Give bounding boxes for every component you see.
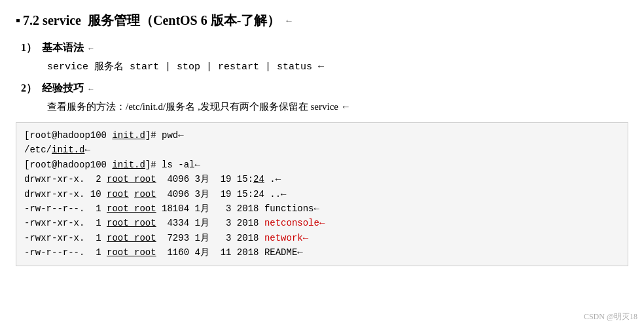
syntax-line: service 服务名 start | stop | restart | sta… [47,60,628,73]
terminal-block: [root@hadoop100 init.d]# pwd←/etc/init.d… [16,122,628,266]
terminal-line: /etc/init.d← [24,143,620,157]
title-bullet: ▪ [16,13,20,28]
title-label: 服务管理（CentOS 6 版本-了解） [88,13,280,27]
title-text: 7.2 service 服务管理（CentOS 6 版本-了解） [23,12,280,29]
section-1: 1） 基本语法 ← service 服务名 start | stop | res… [16,41,628,73]
terminal-line: [root@hadoop100 init.d]# ls -al← [24,158,620,172]
syntax-command: service 服务名 start | stop | restart | sta… [47,61,324,73]
title-arrow: ← [284,16,293,26]
section-1-num: 1） 基本语法 ← [21,41,628,55]
terminal-line: drwxr-xr-x. 10 root root 4096 3月 19 15:2… [24,187,620,201]
title-section: ▪ 7.2 service 服务管理（CentOS 6 版本-了解） ← [16,12,628,29]
terminal-line: -rwxr-xr-x. 1 root root 7293 1月 3 2018 n… [24,231,620,245]
terminal-line: drwxr-xr-x. 2 root root 4096 3月 19 15:24… [24,172,620,186]
section-2-num: 2） 经验技巧 ← [21,82,628,95]
csdn-watermark: CSDN @明灭18 [584,311,637,322]
title-number: 7.2 [23,13,39,27]
terminal-line: -rw-r--r--. 1 root root 1160 4月 11 2018 … [24,245,620,260]
terminal-line: -rwxr-xr-x. 1 root root 4334 1月 3 2018 n… [24,216,620,230]
section-2-desc: 查看服务的方法：/etc/init.d/服务名 ,发现只有两个服务保留在 ser… [47,101,628,113]
terminal-line: [root@hadoop100 init.d]# pwd← [24,128,620,143]
section-2: 2） 经验技巧 ← 查看服务的方法：/etc/init.d/服务名 ,发现只有两… [16,82,628,113]
title-command: service [43,13,81,27]
terminal-line: -rw-r--r--. 1 root root 18104 1月 3 2018 … [24,201,620,216]
